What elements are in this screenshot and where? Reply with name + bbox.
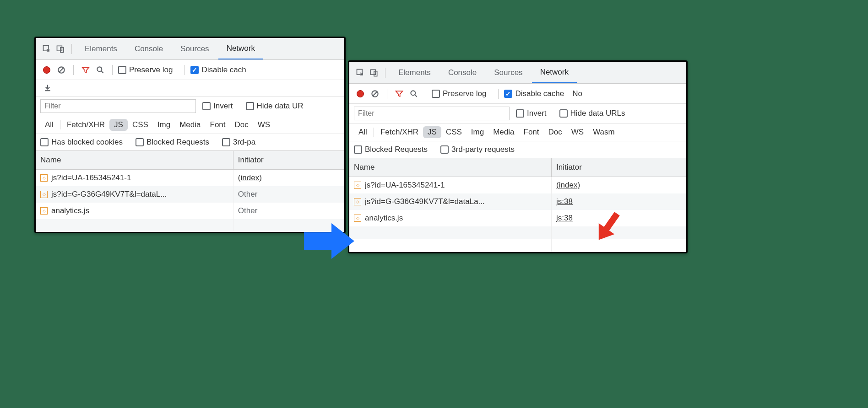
table-row[interactable]: analytics.js Other	[36, 203, 344, 219]
type-css[interactable]: CSS	[441, 126, 467, 138]
blocked-requests-checkbox[interactable]: Blocked Requests	[354, 145, 428, 154]
type-ws[interactable]: WS	[253, 119, 275, 131]
type-img[interactable]: Img	[467, 126, 488, 138]
type-doc[interactable]: Doc	[544, 126, 567, 138]
col-name[interactable]: Name	[349, 158, 552, 177]
hide-data-urls-label: Hide data URLs	[570, 109, 625, 118]
col-initiator[interactable]: Initiator	[552, 158, 686, 177]
table-row[interactable]: analytics.js js:38	[349, 210, 686, 226]
table-row[interactable]: js?id=UA-165345241-1 (index)	[349, 177, 686, 194]
spacer-row	[349, 226, 686, 239]
type-font[interactable]: Font	[519, 126, 544, 138]
type-all[interactable]: All	[40, 119, 58, 131]
type-ws[interactable]: WS	[567, 126, 588, 138]
tab-network[interactable]: Network	[532, 62, 577, 83]
record-button[interactable]	[354, 87, 367, 100]
type-js[interactable]: JS	[109, 119, 128, 131]
search-icon[interactable]	[407, 87, 420, 100]
filter-icon[interactable]	[393, 87, 406, 100]
invert-label: Invert	[213, 102, 233, 111]
js-file-icon	[354, 182, 361, 189]
extra-filters-row: Has blocked cookies Blocked Requests 3rd…	[36, 134, 344, 151]
filter-row: Invert Hide data UR	[36, 97, 344, 116]
devtools-panel-right: Elements Console Sources Network Preserv…	[348, 60, 688, 253]
svg-line-14	[415, 95, 417, 97]
js-file-icon	[354, 215, 361, 222]
invert-label: Invert	[527, 109, 547, 118]
type-media[interactable]: Media	[175, 119, 205, 131]
type-filter-row: All Fetch/XHR JS CSS Img Media Font Doc …	[36, 116, 344, 134]
col-initiator[interactable]: Initiator	[233, 151, 344, 170]
disable-cache-checkbox[interactable]: Disable cache	[504, 89, 564, 98]
col-name[interactable]: Name	[36, 151, 233, 170]
filter-input[interactable]	[354, 107, 510, 120]
tab-console[interactable]: Console	[126, 38, 171, 59]
tabs-row: Elements Console Sources Network	[36, 38, 344, 60]
tab-network[interactable]: Network	[218, 38, 263, 59]
separator	[498, 89, 499, 99]
table-row[interactable]: js?id=G-G36G49KV7T&l=dataLa... js:38	[349, 193, 686, 210]
filter-icon[interactable]	[79, 64, 92, 76]
table-row[interactable]: js?id=G-G36G49KV7T&l=dataL... Other	[36, 186, 344, 203]
device-toggle-icon[interactable]	[54, 43, 67, 55]
svg-rect-7	[45, 90, 50, 91]
type-fetch-xhr[interactable]: Fetch/XHR	[376, 126, 423, 138]
separator	[426, 89, 426, 99]
invert-checkbox[interactable]: Invert	[202, 102, 233, 111]
download-icon[interactable]	[41, 82, 54, 95]
tab-elements[interactable]: Elements	[390, 62, 439, 83]
type-all[interactable]: All	[354, 126, 372, 138]
svg-line-4	[59, 68, 64, 72]
initiator-link[interactable]: (index)	[238, 173, 262, 182]
js-file-icon	[40, 174, 48, 182]
tabs-row: Elements Console Sources Network	[349, 62, 686, 84]
third-party-checkbox[interactable]: 3rd-pa	[222, 138, 255, 147]
separator	[71, 44, 72, 54]
type-css[interactable]: CSS	[128, 119, 153, 131]
invert-checkbox[interactable]: Invert	[516, 109, 547, 118]
has-blocked-cookies-checkbox[interactable]: Has blocked cookies	[40, 138, 123, 147]
record-button[interactable]	[40, 64, 53, 76]
hide-data-urls-checkbox[interactable]: Hide data URLs	[559, 109, 625, 118]
tab-elements[interactable]: Elements	[76, 38, 125, 59]
blocked-requests-checkbox[interactable]: Blocked Requests	[136, 138, 209, 147]
svg-rect-1	[57, 46, 62, 51]
tab-console[interactable]: Console	[440, 62, 485, 83]
search-icon[interactable]	[94, 64, 107, 76]
red-arrow-annotation	[591, 210, 623, 247]
type-wasm[interactable]: Wasm	[588, 126, 619, 138]
initiator-link[interactable]: js:38	[556, 197, 573, 206]
svg-rect-9	[371, 70, 376, 75]
preserve-log-checkbox[interactable]: Preserve log	[118, 65, 173, 75]
type-media[interactable]: Media	[488, 126, 519, 138]
table-row[interactable]: js?id=UA-165345241-1 (index)	[36, 170, 344, 187]
toolbar-row: Preserve log Disable cach	[36, 60, 344, 80]
toolbar-row: Preserve log Disable cache No	[349, 84, 686, 104]
separator	[374, 128, 374, 137]
filter-input[interactable]	[40, 99, 196, 113]
device-toggle-icon[interactable]	[368, 66, 380, 79]
inspect-icon[interactable]	[40, 43, 53, 55]
disable-cache-checkbox[interactable]: Disable cach	[190, 65, 246, 75]
type-doc[interactable]: Doc	[230, 119, 253, 131]
separator	[73, 65, 74, 75]
third-party-checkbox[interactable]: 3rd-party requests	[440, 145, 515, 154]
file-name: js?id=G-G36G49KV7T&l=dataLa...	[365, 197, 485, 206]
tab-sources[interactable]: Sources	[486, 62, 531, 83]
extra-filters-row: Blocked Requests 3rd-party requests	[349, 141, 686, 158]
spacer-row	[36, 219, 344, 232]
type-font[interactable]: Font	[206, 119, 230, 131]
clear-icon[interactable]	[55, 64, 68, 76]
type-js[interactable]: JS	[423, 126, 441, 138]
hide-data-urls-checkbox[interactable]: Hide data UR	[246, 102, 304, 111]
tab-sources[interactable]: Sources	[172, 38, 217, 59]
clear-icon[interactable]	[369, 87, 381, 100]
initiator-link[interactable]: (index)	[556, 181, 580, 189]
svg-line-12	[373, 91, 377, 96]
inspect-icon[interactable]	[354, 66, 367, 79]
hide-data-urls-label: Hide data UR	[257, 102, 304, 111]
preserve-log-checkbox[interactable]: Preserve log	[432, 89, 486, 98]
initiator-link[interactable]: js:38	[556, 214, 573, 222]
type-img[interactable]: Img	[153, 119, 175, 131]
type-fetch-xhr[interactable]: Fetch/XHR	[62, 119, 109, 131]
